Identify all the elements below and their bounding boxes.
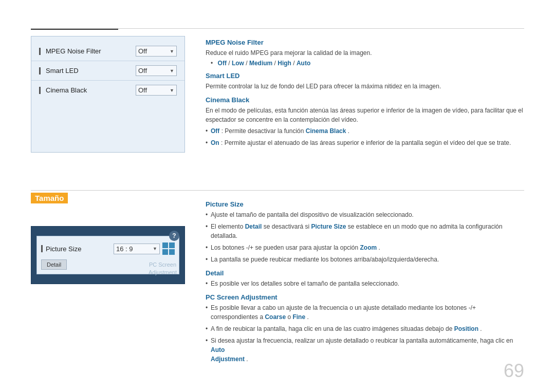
mpeg-sep2: / xyxy=(246,60,249,67)
ps-b3-prefix: Los botones -/+ se pueden usar para ajus… xyxy=(211,244,360,251)
smartled-bar xyxy=(39,67,41,74)
picture-size-section-title: Picture Size xyxy=(206,200,524,208)
ps-b2-detail: Detail xyxy=(245,223,262,230)
mpeg-low: Low xyxy=(232,60,244,67)
smartled-section-desc: Permite controlar la luz de fondo del LE… xyxy=(206,82,524,91)
mid-line xyxy=(31,190,524,191)
ps-b3-zoom: Zoom xyxy=(360,244,377,251)
pc-b3-suffix: . xyxy=(246,356,248,363)
right-content-upper: MPEG Noise Filter Reduce el ruido MPEG p… xyxy=(206,36,524,153)
smartled-select[interactable]: Off On xyxy=(136,65,177,76)
picture-size-label-wrapper: Picture Size xyxy=(41,245,114,253)
ps-b2-prefix: El elemento xyxy=(211,223,245,230)
smartled-label-text: Smart LED xyxy=(46,67,79,74)
pc-screen-text: PC Screen Adjustment xyxy=(149,261,177,276)
ps-b2-mid: se desactivará si xyxy=(264,223,311,230)
pc-b1-suffix: . xyxy=(307,313,308,321)
picture-size-section: Picture Size Ajuste el tamaño de pantall… xyxy=(206,200,524,264)
picture-panel: ? Picture Size 16 : 9 4 : 3 Wide xyxy=(31,226,185,284)
picture-panel-wrapper: ? Picture Size 16 : 9 4 : 3 Wide xyxy=(31,213,185,369)
mpeg-high: High xyxy=(278,60,291,67)
cinemablack-select[interactable]: Off On xyxy=(136,85,177,96)
lower-section: ? Picture Size 16 : 9 4 : 3 Wide xyxy=(31,198,524,369)
page-number: 69 xyxy=(504,360,524,382)
mpeg-label-text: MPEG Noise Filter xyxy=(46,47,101,55)
cinemablack-row: Cinema Black Off On xyxy=(31,81,184,100)
pc-b3-auto: Auto xyxy=(211,346,225,353)
ps-b3-suffix: . xyxy=(379,244,380,251)
picture-size-label: Picture Size xyxy=(46,245,81,253)
cinema-black-link: Cinema Black xyxy=(306,127,346,135)
picture-size-select[interactable]: 16 : 9 4 : 3 Wide Zoom xyxy=(114,244,160,254)
mpeg-options-line: Off / Low / Medium / High / Auto xyxy=(206,60,524,67)
cinema-on-label: On xyxy=(211,139,219,146)
smartled-row: Smart LED Off On xyxy=(31,61,184,81)
mpeg-section-desc: Reduce el ruido MPEG para mejorar la cal… xyxy=(206,48,524,58)
detail-bullet1: Es posible ver los detalles sobre el tam… xyxy=(206,279,524,288)
picture-size-bullet3: Los botones -/+ se pueden usar para ajus… xyxy=(206,243,524,252)
detail-bullet1-text: Es posible ver los detalles sobre el tam… xyxy=(211,280,399,287)
pc-screen-bullet3: Si desea ajustar la frecuencia, realizar… xyxy=(206,336,524,364)
smartled-section-title: Smart LED xyxy=(206,72,524,80)
picture-size-bullet1-text: Ajuste el tamaño de pantalla del disposi… xyxy=(211,211,414,218)
grid-icon xyxy=(162,242,175,255)
pc-b1-coarse: Coarse xyxy=(265,313,286,321)
pc-b3-prefix: Si desea ajustar la frecuencia, realizar… xyxy=(211,337,513,344)
pc-b1-mid: o xyxy=(287,313,292,321)
smartled-label: Smart LED xyxy=(39,67,136,74)
pc-b2-suffix: . xyxy=(480,325,482,332)
mpeg-medium: Medium xyxy=(249,60,272,67)
pc-screen-line2: Adjustment xyxy=(149,269,177,275)
mpeg-row: MPEG Noise Filter Off Low Medium High Au… xyxy=(31,42,184,61)
mpeg-sep1: / xyxy=(228,60,232,67)
detail-button[interactable]: Detail xyxy=(41,259,67,270)
cinema-bullet2: On : Permite ajustar el atenuado de las … xyxy=(206,138,524,147)
mpeg-sep4: / xyxy=(293,60,297,67)
cinemablack-bar xyxy=(39,87,41,94)
picture-size-bullet2: El elemento Detail se desactivará si Pic… xyxy=(206,222,524,240)
mpeg-auto: Auto xyxy=(297,60,310,67)
mpeg-select[interactable]: Off Low Medium High Auto xyxy=(136,46,177,57)
cinema-off-label: Off xyxy=(211,127,219,135)
grid-cell-2 xyxy=(169,242,175,248)
picture-size-bar xyxy=(41,245,43,252)
cinema-section-desc: En el modo de películas, esta función at… xyxy=(206,106,524,124)
upper-section: MPEG Noise Filter Off Low Medium High Au… xyxy=(31,36,524,153)
detail-section: Detail Es posible ver los detalles sobre… xyxy=(206,269,524,288)
mpeg-label: MPEG Noise Filter xyxy=(39,47,136,55)
picture-size-bullet4-text: La pantalla se puede reubicar mediante l… xyxy=(211,256,439,263)
ps-b2-picture: Picture Size xyxy=(311,223,346,230)
pc-screen-bullet2: A fin de reubicar la pantalla, haga clic… xyxy=(206,324,524,333)
grid-cell-4 xyxy=(169,249,175,255)
question-mark[interactable]: ? xyxy=(169,231,179,241)
right-content-lower: Picture Size Ajuste el tamaño de pantall… xyxy=(206,198,524,369)
cinema-section-title: Cinema Black xyxy=(206,96,524,104)
mpeg-select-wrapper[interactable]: Off Low Medium High Auto xyxy=(136,46,177,57)
pc-b2-position: Position xyxy=(454,325,478,332)
mpeg-off: Off xyxy=(218,60,227,67)
page-container: MPEG Noise Filter Off Low Medium High Au… xyxy=(0,0,555,392)
picture-size-select-wrapper[interactable]: 16 : 9 4 : 3 Wide Zoom xyxy=(114,244,160,254)
pc-b1-prefix: Es posible llevar a cabo un ajuste de la… xyxy=(211,304,476,321)
cinemablack-select-wrapper[interactable]: Off On xyxy=(136,85,177,96)
mpeg-bar xyxy=(39,48,41,55)
smartled-select-wrapper[interactable]: Off On xyxy=(136,65,177,76)
pc-b3-adjustment: Adjustment xyxy=(211,356,245,363)
mpeg-section: MPEG Noise Filter Reduce el ruido MPEG p… xyxy=(206,39,524,67)
picture-size-bullet1: Ajuste el tamaño de pantalla del disposi… xyxy=(206,210,524,219)
cinemablack-label-text: Cinema Black xyxy=(46,86,87,94)
settings-panel: MPEG Noise Filter Off Low Medium High Au… xyxy=(31,36,185,153)
pc-screen-section: PC Screen Adjustment Es posible llevar a… xyxy=(206,293,524,364)
pc-screen-section-title: PC Screen Adjustment xyxy=(206,293,524,301)
cinema-bullet1-suffix: . xyxy=(348,127,349,135)
smartled-section: Smart LED Permite controlar la luz de fo… xyxy=(206,72,524,91)
detail-section-title: Detail xyxy=(206,269,524,277)
cinemablack-label: Cinema Black xyxy=(39,86,136,94)
picture-size-row: Picture Size 16 : 9 4 : 3 Wide Zoom xyxy=(41,240,175,257)
pc-b2-prefix: A fin de reubicar la pantalla, haga clic… xyxy=(211,325,454,332)
picture-size-bullet4: La pantalla se puede reubicar mediante l… xyxy=(206,255,524,264)
top-line xyxy=(31,28,524,29)
grid-cell-1 xyxy=(162,242,168,248)
cinema-bullet2-text: : Permite ajustar el atenuado de las áre… xyxy=(221,139,511,146)
pc-screen-line1: PC Screen xyxy=(149,262,176,268)
